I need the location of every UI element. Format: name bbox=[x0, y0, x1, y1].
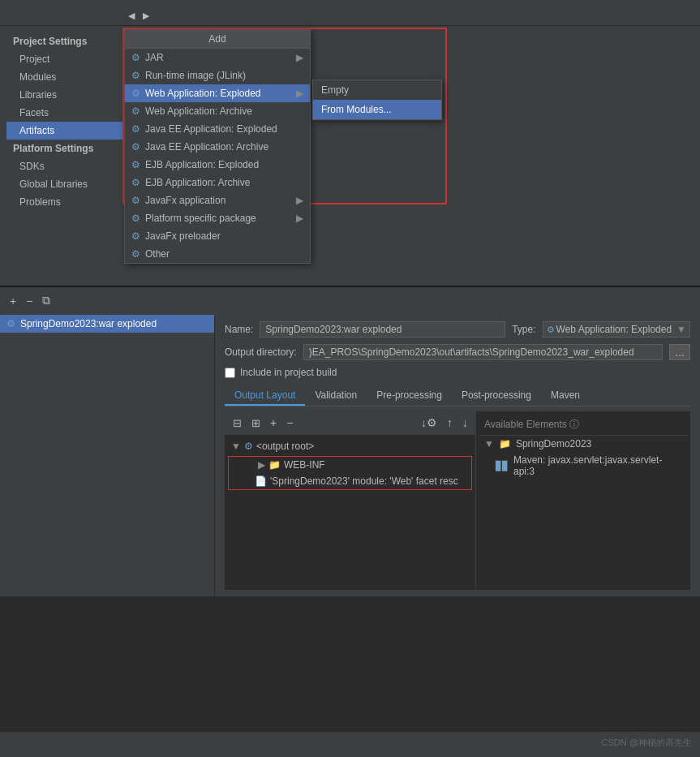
menu-item-other-label: Other bbox=[145, 248, 170, 260]
add-menu-header: Add bbox=[125, 30, 310, 49]
output-tree-container: ⊟ ⊞ + − ↓⚙ ↑ ↓ ▼ ⚙ <outp bbox=[225, 411, 476, 590]
output-tool-btn4[interactable]: − bbox=[283, 415, 296, 431]
avail-item-maven[interactable]: ▊▊ Maven: javax.servlet:javax.servlet-ap… bbox=[479, 452, 687, 480]
springdemo-folder-icon: 📁 bbox=[499, 438, 511, 449]
include-in-build-row: Include in project build bbox=[225, 367, 690, 378]
output-tool-btn5[interactable]: ↓⚙ bbox=[418, 415, 440, 431]
menu-item-javaee-archive-label: Java EE Application: Archive bbox=[145, 141, 268, 153]
name-row: Name: Type: ⚙ Web Application: Exploded … bbox=[225, 321, 690, 338]
output-tool-btn2[interactable]: ⊞ bbox=[248, 415, 264, 431]
output-tool-btn6[interactable]: ↑ bbox=[444, 415, 456, 431]
maven-icon: ▊▊ bbox=[496, 461, 509, 471]
menu-item-javafx-preloader[interactable]: ⚙ JavaFx preloader bbox=[125, 227, 310, 245]
menu-item-ejb-exploded-label: EJB Application: Exploded bbox=[145, 159, 259, 170]
webinf-outline: ▶ 📁 WEB-INF 📄 'SpringDemo2023' module: '… bbox=[228, 456, 472, 490]
sidebar-item-modules[interactable]: Modules bbox=[6, 68, 124, 86]
platform-pkg-arrow: ▶ bbox=[296, 213, 303, 224]
output-tool-btn7[interactable]: ↓ bbox=[459, 415, 471, 431]
webinf-folder-icon: 📁 bbox=[268, 459, 281, 471]
output-tool-btn1[interactable]: ⊟ bbox=[230, 415, 245, 431]
other-icon: ⚙ bbox=[131, 248, 140, 260]
tab-validation[interactable]: Validation bbox=[305, 386, 367, 406]
tab-post-processing[interactable]: Post-processing bbox=[452, 386, 541, 406]
sidebar-item-facets[interactable]: Facets bbox=[6, 104, 124, 122]
tab-pre-processing[interactable]: Pre-processing bbox=[367, 386, 452, 406]
root-toggle: ▼ bbox=[231, 441, 241, 452]
javafx-preloader-icon: ⚙ bbox=[131, 230, 140, 242]
project-settings-title: Project Settings bbox=[6, 32, 124, 50]
menu-item-other[interactable]: ⚙ Other bbox=[125, 245, 310, 263]
available-label: Available Elements ⓘ bbox=[484, 418, 579, 432]
top-section: ◀ ▶ Project Settings Project Modules Lib… bbox=[0, 0, 700, 286]
sidebar-item-libraries[interactable]: Libraries bbox=[6, 86, 124, 104]
javafx-app-icon: ⚙ bbox=[131, 195, 140, 206]
sidebar-item-global-libraries[interactable]: Global Libraries bbox=[6, 175, 124, 193]
tree-webinf-label: WEB-INF bbox=[284, 459, 325, 471]
nav-fwd-btn[interactable]: ▶ bbox=[140, 10, 152, 22]
tab-maven[interactable]: Maven bbox=[541, 386, 590, 406]
type-dropdown-arrow[interactable]: ▼ bbox=[676, 324, 686, 335]
menu-item-platform-pkg-label: Platform specific package bbox=[145, 213, 256, 224]
menu-item-runtime[interactable]: ⚙ Run-time image (JLink) bbox=[125, 67, 310, 84]
webapp-exploded-arrow: ▶ bbox=[296, 88, 303, 99]
module-icon: 📄 bbox=[255, 475, 267, 487]
sub-menu-from-modules[interactable]: From Modules... bbox=[313, 100, 441, 119]
menu-item-jar-label: JAR bbox=[145, 52, 164, 63]
copy-artifact-btn[interactable]: ⧉ bbox=[39, 292, 54, 309]
include-in-build-checkbox[interactable] bbox=[225, 368, 235, 378]
tree-module-facet-label: 'SpringDemo2023' module: 'Web' facet res… bbox=[270, 475, 458, 487]
menu-item-ejb-archive[interactable]: ⚙ EJB Application: Archive bbox=[125, 174, 310, 191]
avail-item-maven-label: Maven: javax.servlet:javax.servlet-api:3 bbox=[513, 454, 682, 477]
name-input[interactable] bbox=[260, 321, 505, 338]
tab-output-layout[interactable]: Output Layout bbox=[225, 386, 305, 406]
runtime-icon: ⚙ bbox=[131, 70, 140, 81]
sidebar-item-project[interactable]: Project bbox=[6, 50, 124, 68]
tabs-row: Output Layout Validation Pre-processing … bbox=[225, 386, 690, 406]
javaee-exploded-icon: ⚙ bbox=[131, 123, 140, 135]
javafx-app-arrow: ▶ bbox=[296, 195, 303, 206]
artifact-item[interactable]: ⚙ SpringDemo2023:war exploded bbox=[0, 315, 214, 333]
type-value: Web Application: Exploded bbox=[556, 324, 672, 335]
watermark: CSDN @神秘的高先生 bbox=[602, 737, 692, 749]
remove-artifact-btn[interactable]: − bbox=[23, 293, 36, 309]
webinf-toggle: ▶ bbox=[258, 459, 265, 471]
menu-item-platform-pkg[interactable]: ⚙ Platform specific package ▶ bbox=[125, 209, 310, 227]
output-tool-btn3[interactable]: + bbox=[267, 415, 280, 431]
webapp-exploded-icon: ⚙ bbox=[131, 88, 140, 99]
add-menu: Add ⚙ JAR ▶ ⚙ Run-time image (JLink) ⚙ W… bbox=[124, 29, 311, 264]
settings-panel: Name: Type: ⚙ Web Application: Exploded … bbox=[215, 315, 700, 596]
menu-item-javafx-app[interactable]: ⚙ JavaFx application ▶ bbox=[125, 191, 310, 209]
menu-item-webapp-archive[interactable]: ⚙ Web Application: Archive bbox=[125, 102, 310, 120]
output-area: ⊟ ⊞ + − ↓⚙ ↑ ↓ ▼ ⚙ <outp bbox=[225, 411, 690, 590]
webapp-archive-icon: ⚙ bbox=[131, 105, 140, 117]
left-sidebar: Project Settings Project Modules Librari… bbox=[6, 29, 124, 273]
tree-webinf[interactable]: ▶ 📁 WEB-INF bbox=[242, 457, 471, 473]
tree-root-label: <output root> bbox=[256, 441, 314, 452]
output-dir-input[interactable] bbox=[303, 344, 663, 360]
output-dir-label: Output directory: bbox=[225, 346, 297, 358]
output-tree: ▼ ⚙ <output root> ▶ 📁 WEB-INF bbox=[225, 435, 476, 590]
artifact-icon: ⚙ bbox=[6, 318, 15, 329]
jar-arrow: ▶ bbox=[296, 52, 303, 63]
browse-output-btn[interactable]: ... bbox=[669, 344, 690, 360]
avail-item-springdemo-label: SpringDemo2023 bbox=[516, 438, 591, 449]
sidebar-item-artifacts[interactable]: Artifacts bbox=[6, 122, 124, 140]
name-label: Name: bbox=[225, 324, 253, 335]
nav-back-btn[interactable]: ◀ bbox=[126, 10, 137, 22]
sidebar-item-problems[interactable]: Problems bbox=[6, 193, 124, 211]
menu-item-javafx-preloader-label: JavaFx preloader bbox=[145, 230, 221, 242]
menu-item-javaee-archive[interactable]: ⚙ Java EE Application: Archive bbox=[125, 138, 310, 156]
tree-root[interactable]: ▼ ⚙ <output root> bbox=[225, 438, 475, 454]
tree-module-facet[interactable]: 📄 'SpringDemo2023' module: 'Web' facet r… bbox=[229, 473, 471, 489]
menu-item-jar[interactable]: ⚙ JAR ▶ bbox=[125, 49, 310, 67]
springdemo-toggle: ▼ bbox=[484, 438, 494, 449]
sidebar-item-sdks[interactable]: SDKs bbox=[6, 157, 124, 175]
sub-menu-empty[interactable]: Empty bbox=[313, 80, 441, 100]
menu-item-webapp-exploded[interactable]: ⚙ Web Application: Exploded ▶ bbox=[125, 84, 310, 102]
avail-item-springdemo[interactable]: ▼ 📁 SpringDemo2023 bbox=[479, 436, 687, 452]
type-label: Type: bbox=[512, 324, 535, 335]
add-artifact-btn[interactable]: + bbox=[6, 293, 19, 309]
menu-item-javaee-exploded[interactable]: ⚙ Java EE Application: Exploded bbox=[125, 120, 310, 138]
bottom-toolbar: + − ⧉ bbox=[0, 287, 700, 315]
menu-item-ejb-exploded[interactable]: ⚙ EJB Application: Exploded bbox=[125, 156, 310, 174]
